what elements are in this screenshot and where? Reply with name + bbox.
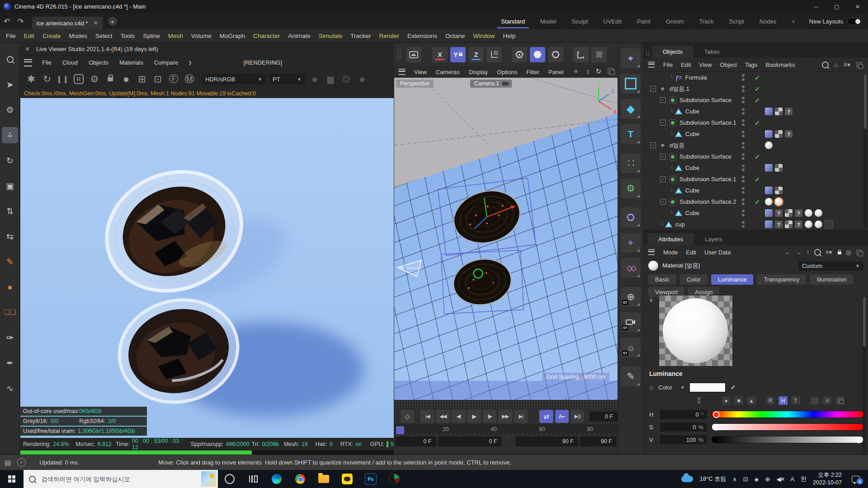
- start-button[interactable]: [0, 470, 24, 488]
- kakaotalk-icon[interactable]: [335, 470, 359, 488]
- viewport-canvas[interactable]: Y Z X Perspective Camera.1 Grid Spacing …: [394, 78, 618, 400]
- dolly-view-icon[interactable]: ↕: [586, 67, 590, 76]
- material-tag-icon[interactable]: [765, 198, 773, 206]
- ime-latin-icon[interactable]: A: [790, 476, 794, 483]
- workspace-tab-groom[interactable]: Groom: [658, 13, 692, 29]
- lv-menu-file[interactable]: File: [38, 59, 56, 66]
- record-keyframe-button[interactable]: ◇: [401, 410, 414, 423]
- phong-tag-icon[interactable]: [765, 187, 773, 194]
- tree-row-sds[interactable]: − Subdivision Surface ✓: [644, 151, 868, 162]
- menu-simulate[interactable]: Simulate: [315, 33, 347, 39]
- brush-tool-icon[interactable]: ✑: [2, 329, 18, 346]
- zoom-tool-icon[interactable]: [2, 51, 18, 67]
- visibility-dots[interactable]: [741, 164, 745, 171]
- channel-luminance[interactable]: Luminance: [711, 274, 754, 285]
- globe-st-icon[interactable]: ⊕ST: [621, 287, 641, 307]
- camera-st-icon[interactable]: ST: [621, 312, 641, 332]
- add-workspace-button[interactable]: +: [784, 13, 803, 29]
- spline-pen-tool-icon[interactable]: ✎: [2, 253, 18, 270]
- vp-menu-view[interactable]: View: [410, 69, 431, 75]
- material-ball-icon[interactable]: ●: [120, 72, 132, 86]
- lv-menu-overflow-icon[interactable]: ❯: [188, 60, 192, 65]
- vp-menu-panel[interactable]: Panel: [544, 69, 568, 75]
- panel-icon[interactable]: [857, 62, 862, 67]
- visibility-dots[interactable]: [741, 142, 745, 149]
- phong-tag-icon[interactable]: [765, 130, 773, 138]
- new-layouts-toggle[interactable]: [847, 18, 862, 25]
- menu-tracker[interactable]: Tracker: [346, 33, 375, 39]
- lv-menu-materials[interactable]: Materials: [115, 59, 148, 66]
- am-menu-edit[interactable]: Edit: [682, 249, 700, 256]
- menu-octane[interactable]: Octane: [441, 33, 469, 39]
- uvw-tag-icon[interactable]: [775, 130, 783, 138]
- workspace-tab-script[interactable]: Script: [721, 13, 751, 29]
- menu-mograph[interactable]: MoGraph: [216, 33, 249, 39]
- h-button[interactable]: H: [778, 396, 788, 405]
- visibility-dots[interactable]: [741, 108, 745, 115]
- saturation-field[interactable]: 0%: [660, 422, 707, 432]
- tree-row-sds1[interactable]: − Subdivision Surface.1 ✓: [644, 117, 868, 128]
- visibility-dots[interactable]: [741, 131, 745, 137]
- tree-row-null-1[interactable]: −⌖ d얼음.1 ✓: [644, 83, 868, 94]
- sound-button[interactable]: ▶)): [571, 410, 584, 423]
- goto-start-button[interactable]: |◀: [420, 410, 434, 423]
- workspace-tab-paint[interactable]: Paint: [629, 13, 658, 29]
- om-menu-view[interactable]: View: [695, 61, 716, 68]
- pause-render-icon[interactable]: ❙❙: [57, 72, 69, 86]
- hash-icon[interactable]: #: [823, 396, 832, 405]
- material-tag-icon[interactable]: [815, 209, 822, 217]
- r-button[interactable]: R: [766, 396, 775, 405]
- workspace-tab-uvedit[interactable]: UVEdit: [596, 13, 629, 29]
- menu-tools[interactable]: Tools: [117, 33, 139, 39]
- search-input[interactable]: [40, 475, 187, 483]
- visibility-dots[interactable]: [741, 187, 745, 194]
- menu-render[interactable]: Render: [375, 33, 403, 39]
- vp-menu-cameras[interactable]: Cameras: [431, 69, 464, 75]
- panel-drag-handle[interactable]: [646, 50, 650, 56]
- hue-slider[interactable]: [712, 411, 863, 418]
- lock-x-axis-button[interactable]: X: [432, 47, 448, 62]
- tab-takes[interactable]: Takes: [693, 46, 731, 58]
- workspace-tab-track[interactable]: Track: [691, 13, 721, 29]
- next-key-button[interactable]: ▶▶: [498, 410, 512, 423]
- menu-animate[interactable]: Animate: [284, 33, 315, 39]
- tree-row-cube[interactable]: └ Cube: [644, 162, 868, 174]
- undo-button[interactable]: ↶: [0, 17, 14, 26]
- tray-shield-icon[interactable]: ◈: [755, 476, 759, 483]
- workspace-tab-nodes[interactable]: Nodes: [752, 13, 784, 29]
- menu-extensions[interactable]: Extensions: [403, 33, 441, 39]
- render-view-icon[interactable]: [406, 47, 421, 62]
- menu-create[interactable]: Create: [38, 33, 65, 39]
- maximize-view-icon[interactable]: [608, 68, 613, 74]
- enable-axis-icon[interactable]: ⌖: [621, 233, 641, 253]
- tree-row-cube[interactable]: └ Cube: [644, 185, 868, 196]
- live-selection-tool-icon[interactable]: ➤: [2, 76, 18, 93]
- layers-icon[interactable]: [835, 396, 844, 405]
- previous-key-button[interactable]: ◀◀: [436, 410, 450, 423]
- tree-row-cube[interactable]: └ Cube ?: [644, 128, 868, 140]
- search-icon[interactable]: [814, 249, 821, 256]
- vp-menu-filter[interactable]: Filter: [522, 69, 544, 75]
- tray-volume-mute-icon[interactable]: ◀✕: [776, 476, 784, 483]
- focus-picker-icon[interactable]: Ⓕ: [167, 72, 180, 86]
- om-menu-edit[interactable]: Edit: [677, 61, 695, 68]
- polygons-mode-icon[interactable]: [530, 47, 545, 62]
- close-tab-icon[interactable]: ✕: [94, 20, 98, 26]
- uvw-tag-icon[interactable]: [785, 221, 793, 228]
- hue-field[interactable]: 0°: [660, 410, 707, 419]
- texture-mode-icon[interactable]: [621, 74, 641, 94]
- edge-icon[interactable]: [265, 470, 288, 488]
- viewport-hamburger-icon[interactable]: [398, 69, 405, 75]
- om-menu-bookmarks[interactable]: Bookmarks: [761, 61, 799, 68]
- tweak-tool-icon[interactable]: ⚙: [2, 102, 18, 118]
- light-st-icon[interactable]: ☼ST: [621, 338, 641, 357]
- collapse-icon[interactable]: −: [660, 154, 666, 160]
- eyedropper-icon[interactable]: ✎: [729, 385, 736, 390]
- redo-button[interactable]: ↷: [14, 17, 27, 26]
- square-preview-icon[interactable]: ■: [734, 396, 743, 405]
- photoshop-icon[interactable]: Ps: [359, 470, 382, 488]
- material-picker-icon[interactable]: Ⓜ: [183, 72, 196, 86]
- workspace-tab-model[interactable]: Model: [533, 13, 564, 29]
- phong-tag-icon[interactable]: [765, 108, 773, 115]
- chrome-icon[interactable]: [288, 470, 312, 488]
